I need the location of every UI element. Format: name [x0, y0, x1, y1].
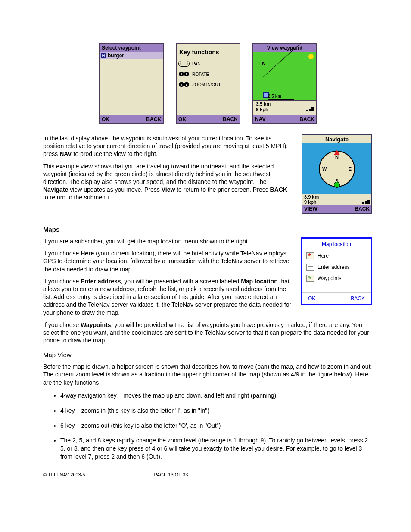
waypoint-map: N 2.5 km: [253, 52, 316, 101]
softkey-back[interactable]: BACK: [299, 116, 314, 122]
heading-indicator-icon: [334, 150, 340, 155]
screen-key-functions: Key functions ←↕→ PAN 1 3 ROTATE 4 6: [176, 43, 240, 124]
softkey-view[interactable]: VIEW: [304, 206, 318, 212]
para-6: If you choose Waypoints, you will be pro…: [43, 321, 372, 345]
softkey-ok[interactable]: OK: [102, 116, 109, 122]
softkey-back[interactable]: BACK: [351, 296, 365, 302]
waypoint-icon: H: [101, 53, 106, 58]
softkey-nav[interactable]: NAV: [255, 116, 265, 122]
key-functions-list: 4-way navigation key – moves the map up …: [60, 392, 372, 461]
pan-label: PAN: [192, 62, 201, 66]
softkey-back[interactable]: BACK: [223, 116, 238, 122]
screen-view-waypoint: View waypoint N 2.5 km 3.5 km 9 kph NAV …: [252, 43, 317, 124]
softkey-ok[interactable]: OK: [178, 116, 186, 122]
zoom-label: ZOOM IN/OUT: [192, 82, 221, 87]
screen-title: Select waypoint: [100, 44, 163, 52]
heading-map-view: Map View: [43, 351, 372, 358]
softkey-ok[interactable]: OK: [308, 296, 315, 302]
rotate-label: ROTATE: [192, 72, 209, 77]
zoom-keys-icon: 4 6: [178, 81, 190, 87]
copyright: © TELENAV 2003-5: [43, 472, 85, 477]
screen-title: Navigate: [302, 135, 371, 143]
menu-title: Map location: [302, 239, 371, 250]
waypoints-icon: [306, 275, 314, 282]
scale-ruler: 2.5 km: [268, 94, 281, 99]
list-item: 6 key – zooms out (this key is also the …: [60, 422, 372, 430]
address-icon: [306, 264, 314, 271]
compass-area: N E S W: [302, 143, 371, 194]
screen-select-waypoint: Select waypoint H burger OK BACK: [99, 43, 164, 124]
rotate-keys-icon: 1 3: [178, 71, 190, 77]
list-item: 4-way navigation key – moves the map up …: [60, 392, 372, 400]
page-footer: © TELENAV 2003-5 PAGE 13 OF 33: [43, 472, 372, 477]
waypoint-label: burger: [108, 53, 124, 59]
menu-item-waypoints[interactable]: Waypoints: [302, 273, 371, 284]
softkey-back[interactable]: BACK: [146, 116, 161, 122]
speed-readout: 9 kph: [302, 199, 371, 205]
key-functions-title: Key functions: [179, 49, 238, 56]
compass-icon: N E S W: [319, 151, 355, 187]
softkey-back[interactable]: BACK: [355, 206, 370, 212]
speed-readout: 9 kph: [255, 107, 314, 112]
sun-icon: [308, 54, 314, 59]
screen-title: View waypoint: [253, 44, 316, 52]
page-number: PAGE 13 OF 33: [154, 472, 188, 477]
pan-key-icon: ←↕→: [178, 61, 190, 67]
para-7: Before the map is drawn, a helper screen…: [43, 363, 372, 386]
screen-navigate: Navigate N E S W 3.9 km 9 kph VIEW BACK: [302, 134, 372, 214]
here-icon: [306, 252, 314, 259]
north-indicator: N: [262, 61, 266, 67]
list-item: 4 key – zooms in (this key is also the l…: [60, 407, 372, 415]
distance-readout: 3.5 km: [255, 101, 314, 107]
screen-map-location: Map location Here Enter address Waypoint…: [301, 237, 372, 305]
waypoint-row[interactable]: H burger: [100, 52, 163, 59]
waypoint-indicator-icon: [334, 182, 340, 188]
heading-maps: Maps: [43, 226, 372, 233]
distance-readout: 3.9 km: [302, 194, 371, 200]
menu-item-enter-address[interactable]: Enter address: [302, 261, 371, 273]
phone-screens-row: Select waypoint H burger OK BACK Key fun…: [99, 43, 372, 124]
menu-item-here[interactable]: Here: [302, 250, 371, 261]
signal-bars-icon: [306, 107, 314, 112]
signal-bars-icon: [362, 199, 370, 205]
list-item: The 2, 5, and 8 keys rapidly change the …: [60, 436, 372, 461]
